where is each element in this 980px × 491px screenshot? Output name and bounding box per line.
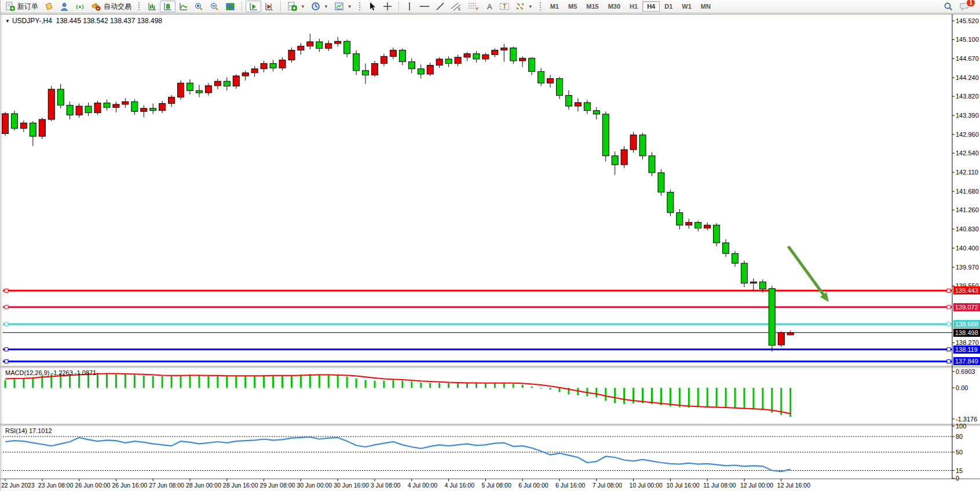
candlestick xyxy=(658,173,664,192)
candlestick xyxy=(547,79,554,83)
chart-ohlc-values: 138.445 138.542 138.437 138.498 xyxy=(56,17,163,25)
candlestick xyxy=(677,213,683,225)
candlestick xyxy=(593,111,599,114)
candlestick xyxy=(113,104,119,107)
mt4-window: 新订单 自动交易 xyxy=(0,0,980,491)
timeframe-button-mn[interactable]: MN xyxy=(696,1,715,12)
candlestick xyxy=(251,69,258,73)
timeframe-button-m15[interactable]: M15 xyxy=(582,1,603,12)
search-button[interactable] xyxy=(941,1,956,12)
candlestick xyxy=(510,48,517,61)
tile-windows-button[interactable] xyxy=(222,1,238,12)
chart-canvas[interactable] xyxy=(1,14,980,491)
candlestick xyxy=(445,59,452,64)
candlestick xyxy=(418,69,424,74)
candlestick xyxy=(372,64,378,75)
trendline-button[interactable] xyxy=(433,1,448,12)
equidistant-channel-icon: E xyxy=(451,2,462,11)
candlestick xyxy=(169,97,175,104)
timeframe-button-d1[interactable]: D1 xyxy=(660,1,677,12)
candlestick xyxy=(298,46,304,50)
toolbar-separator xyxy=(242,1,242,12)
profile-button[interactable] xyxy=(57,1,72,12)
candlestick xyxy=(326,43,332,48)
timeframe-button-h4[interactable]: H4 xyxy=(642,1,660,12)
text-button[interactable]: A xyxy=(482,1,496,12)
line-handle[interactable] xyxy=(5,305,8,309)
timeframe-button-h1[interactable]: H1 xyxy=(625,1,642,12)
line-handle[interactable] xyxy=(947,289,950,292)
vertical-line-icon xyxy=(405,2,414,11)
candlestick xyxy=(94,103,101,113)
line-handle[interactable] xyxy=(947,322,950,326)
candlestick xyxy=(178,83,184,97)
toolbar-separator xyxy=(280,1,281,12)
line-handle[interactable] xyxy=(5,322,8,326)
equidistant-channel-button[interactable]: E xyxy=(448,1,465,12)
arrows-button[interactable]: ▼ xyxy=(513,1,536,12)
candlestick xyxy=(714,225,720,243)
candlestick xyxy=(67,106,73,115)
line-handle[interactable] xyxy=(947,305,950,309)
toolbar-separator xyxy=(398,1,399,12)
profile-icon xyxy=(60,2,70,12)
toolbar-grip xyxy=(539,2,542,11)
chat-badge: 1 xyxy=(966,0,975,7)
time-axis-label: 4 Jul 16:00 xyxy=(445,482,474,489)
candlestick xyxy=(759,282,766,289)
autotrading-button[interactable]: 自动交易 xyxy=(88,1,134,12)
line-handle[interactable] xyxy=(5,359,8,363)
text-label-button[interactable]: T xyxy=(496,1,513,12)
timeframe-button-m5[interactable]: M5 xyxy=(564,1,582,12)
line-chart-button[interactable] xyxy=(175,1,191,12)
candlestick xyxy=(750,282,756,283)
candlestick xyxy=(76,106,82,115)
candle-chart-button[interactable] xyxy=(160,1,175,12)
candlestick xyxy=(741,263,748,283)
candlestick xyxy=(686,223,692,226)
candlestick xyxy=(584,103,590,111)
toolbar-grip xyxy=(138,2,141,11)
timeframe-button-m30[interactable]: M30 xyxy=(604,1,625,12)
time-axis-label: 26 Jun 16:00 xyxy=(112,482,147,489)
svg-text:T: T xyxy=(503,3,506,10)
zoom-in-button[interactable] xyxy=(191,1,207,12)
timeframe-button-w1[interactable]: W1 xyxy=(677,1,696,12)
time-axis-label: 12 Jul 00:00 xyxy=(740,482,773,489)
rsi-axis-label: 100 xyxy=(956,423,966,430)
macd-signal-line xyxy=(5,374,791,414)
horizontal-line-button[interactable] xyxy=(416,1,433,12)
cursor-button[interactable] xyxy=(365,1,380,12)
auto-scroll-button[interactable] xyxy=(246,1,261,12)
periods-button[interactable]: ▼ xyxy=(308,1,331,12)
new-order-button[interactable]: 新订单 xyxy=(2,1,41,12)
time-axis-label: 5 Jul 08:00 xyxy=(481,482,511,489)
timeframe-button-m1[interactable]: M1 xyxy=(546,1,564,12)
zoom-out-button[interactable] xyxy=(207,1,222,12)
indicators-button[interactable]: ▼ xyxy=(284,1,308,12)
trendline-icon xyxy=(436,2,445,11)
macd-indicator-label: MACD(12,26,9) -1.2263 -1.0871 xyxy=(5,369,96,376)
signal-button[interactable] xyxy=(72,1,88,12)
market-watch-button[interactable] xyxy=(41,1,57,12)
line-handle[interactable] xyxy=(947,359,950,363)
fibonacci-button[interactable]: F xyxy=(465,1,482,12)
price-axis-label: 141.680 xyxy=(956,188,980,195)
price-axis-label: 142.540 xyxy=(956,150,980,157)
chat-button[interactable]: 1 xyxy=(956,1,972,12)
line-handle[interactable] xyxy=(947,348,950,351)
clock-icon xyxy=(311,2,321,12)
bar-chart-button[interactable] xyxy=(144,1,160,12)
chart-shift-button[interactable] xyxy=(261,1,277,12)
line-handle[interactable] xyxy=(5,348,8,351)
price-axis-label: 140.400 xyxy=(956,245,980,252)
vertical-line-button[interactable] xyxy=(403,1,416,12)
templates-button[interactable]: ▼ xyxy=(331,1,355,12)
price-axis-label: 145.100 xyxy=(956,36,980,43)
price-level-label-138.688: 138.688 xyxy=(953,320,980,328)
candlestick xyxy=(501,48,507,50)
line-handle[interactable] xyxy=(5,289,8,292)
candlestick xyxy=(769,289,775,345)
crosshair-button[interactable] xyxy=(380,1,395,12)
candlestick xyxy=(621,150,627,165)
